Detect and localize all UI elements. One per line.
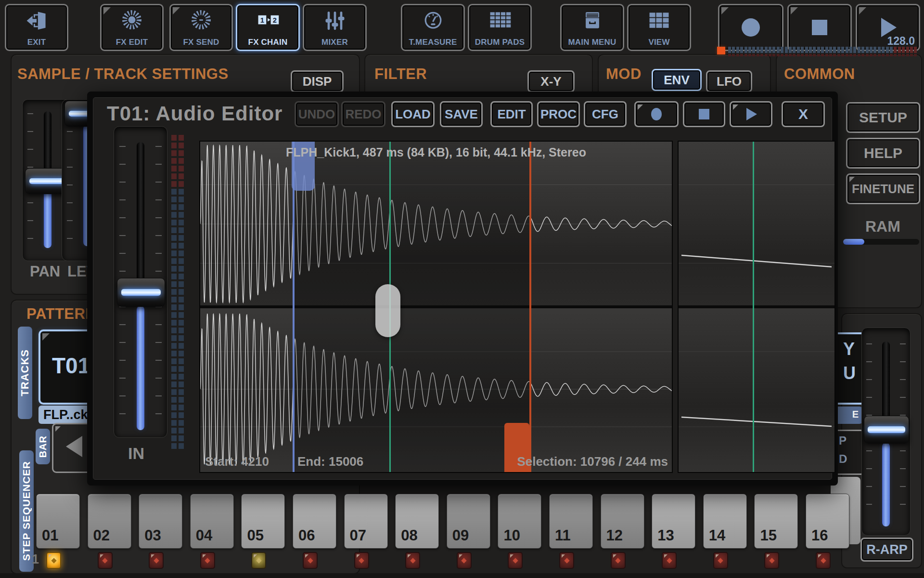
selection-length-value: Selection: 10796 / 244 ms (517, 454, 668, 469)
input-gain-label: IN (128, 444, 144, 463)
step-pad-07[interactable]: 07 (344, 494, 388, 549)
step-led-04 (200, 552, 215, 569)
waveform-zoom-panel[interactable] (678, 141, 835, 473)
zoom-cursor-line (753, 142, 754, 472)
step-pad-01[interactable]: 01 (36, 494, 80, 549)
step-number: 16 (811, 527, 828, 544)
step-pad-02[interactable]: 02 (88, 494, 131, 549)
corner-marker (733, 105, 738, 110)
step-pad-05[interactable]: 05 (241, 494, 285, 549)
step-led-09 (457, 552, 472, 569)
step-led-03 (149, 552, 164, 569)
input-gain-fader-handle[interactable] (117, 278, 165, 307)
step-number: 05 (247, 527, 263, 544)
load-button[interactable]: LOAD (391, 101, 435, 127)
step-led-08 (405, 552, 420, 569)
step-led-14 (713, 552, 728, 569)
cfg-button[interactable]: CFG (584, 101, 627, 127)
save-button[interactable]: SAVE (440, 101, 483, 127)
selection-end-line (529, 142, 531, 472)
step-number: 08 (401, 527, 417, 544)
selection-start-line (293, 142, 295, 472)
step-led-02 (98, 552, 113, 569)
step-pad-03[interactable]: 03 (139, 494, 182, 549)
step-pad-04[interactable]: 04 (190, 494, 234, 549)
app-root: EXIT FX EDIT FX SEND 1 2 FX CHAIN (0, 0, 924, 578)
step-number: 02 (93, 527, 110, 544)
dialog-play-button[interactable] (730, 101, 772, 127)
step-pad-13[interactable]: 13 (652, 494, 695, 549)
redo-button[interactable]: REDO (341, 101, 385, 127)
step-number: 15 (760, 527, 776, 544)
bottom-strip (0, 573, 924, 578)
step-pad-06[interactable]: 06 (293, 494, 336, 549)
scrub-handle[interactable] (375, 284, 400, 337)
step-number: 12 (606, 527, 623, 544)
dialog-close-button[interactable]: X (782, 101, 825, 127)
step-led-01 (46, 552, 61, 569)
step-led-16 (816, 552, 831, 569)
step-pad-10[interactable]: 10 (498, 494, 541, 549)
channel-divider (200, 305, 672, 308)
waveform-display[interactable]: FLPH_Kick1, 487 ms (84 KB), 16 bit, 44.1… (199, 141, 673, 473)
step-led-15 (764, 552, 779, 569)
step-led-10 (508, 552, 523, 569)
step-number: 09 (452, 527, 469, 544)
dialog-stop-button[interactable] (683, 101, 725, 127)
sample-info: FLPH_Kick1, 487 ms (84 KB), 16 bit, 44.1… (200, 145, 672, 159)
input-gain-fader[interactable] (114, 126, 167, 438)
selection-start-value: Start: 4210 (205, 454, 269, 469)
step-number: 01 (42, 527, 58, 544)
play-icon (744, 107, 758, 121)
corner-marker (638, 105, 643, 110)
channel-divider (679, 305, 834, 308)
step-number: 07 (350, 527, 366, 544)
step-pad-09[interactable]: 09 (447, 494, 490, 549)
step-pad-16[interactable]: 16 (806, 494, 849, 549)
step-led-12 (611, 552, 626, 569)
input-level-meter (171, 135, 184, 453)
step-pad-11[interactable]: 11 (549, 494, 593, 549)
edit-button[interactable]: EDIT (490, 101, 533, 127)
selection-end-value: End: 15006 (297, 454, 363, 469)
dialog-title: T01: Audio Editor (107, 102, 282, 125)
step-pad-14[interactable]: 14 (703, 494, 747, 549)
step-number: 10 (503, 527, 520, 544)
step-number: 03 (144, 527, 161, 544)
step-number: 14 (709, 527, 725, 544)
step-led-06 (303, 552, 318, 569)
undo-button[interactable]: UNDO (295, 101, 339, 127)
row-number-label: 1 (32, 552, 39, 567)
step-number: 13 (657, 527, 674, 544)
step-pad-08[interactable]: 08 (395, 494, 439, 549)
stop-icon (698, 108, 710, 120)
step-number: 11 (555, 527, 571, 544)
step-pad-15[interactable]: 15 (754, 494, 798, 549)
proc-button[interactable]: PROC (537, 101, 580, 127)
step-led-13 (662, 552, 677, 569)
step-pad-12[interactable]: 12 (601, 494, 644, 549)
step-led-07 (354, 552, 369, 569)
step-number: 04 (196, 527, 212, 544)
step-led-11 (559, 552, 574, 569)
step-led-05 (251, 552, 266, 569)
record-icon (649, 107, 664, 121)
step-number: 06 (298, 527, 315, 544)
dialog-record-button[interactable] (634, 101, 679, 127)
